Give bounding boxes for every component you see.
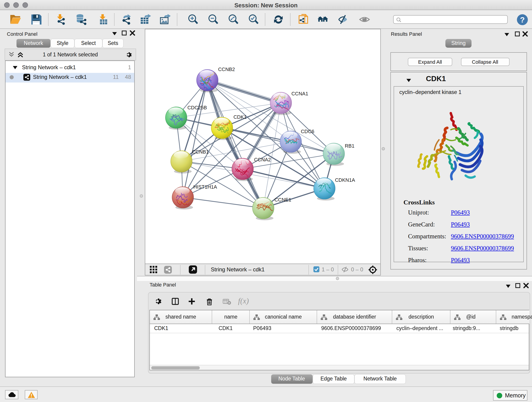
- svg-text:HIST1H1A: HIST1H1A: [193, 184, 217, 190]
- svg-text:CCNA1: CCNA1: [291, 90, 308, 96]
- svg-text:CCNA2: CCNA2: [254, 157, 271, 162]
- svg-text:RB1: RB1: [345, 143, 355, 148]
- svg-text:CDC25B: CDC25B: [187, 104, 207, 110]
- svg-text:CDKN1A: CDKN1A: [335, 177, 355, 183]
- svg-text:CCNB2: CCNB2: [218, 66, 235, 72]
- svg-text:?: ?: [520, 16, 525, 24]
- svg-text:CCNE1: CCNE1: [274, 197, 291, 202]
- svg-text:CDC6: CDC6: [301, 128, 314, 134]
- svg-text:CDK1: CDK1: [234, 114, 247, 120]
- svg-text:CCNB1: CCNB1: [192, 149, 209, 154]
